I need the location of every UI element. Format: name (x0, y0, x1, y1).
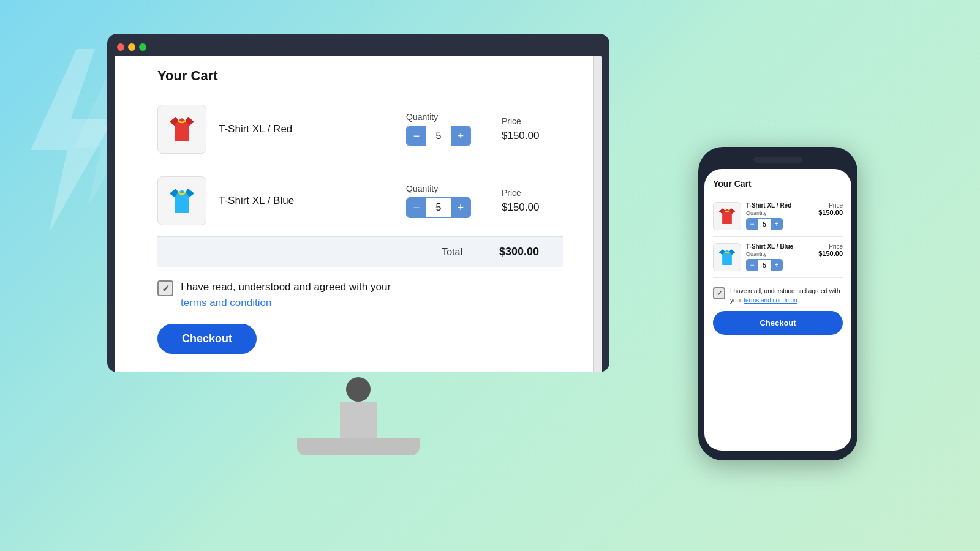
phone-item-image-red (713, 202, 741, 230)
phone-price-val-1: $150.00 (818, 209, 843, 216)
phone-qty-control-2: − 5 + (746, 259, 783, 271)
phone-qty-plus-1[interactable]: + (771, 219, 782, 230)
window-controls (115, 41, 602, 56)
total-row: Total $300.00 (157, 237, 563, 267)
phone-item-image-blue (713, 243, 741, 271)
phone-price-label-2: Price (829, 243, 843, 250)
monitor-base (297, 438, 420, 455)
checkout-button[interactable]: Checkout (157, 324, 257, 354)
monitor-power-button (346, 377, 371, 402)
cart-title: Your Cart (157, 68, 563, 84)
phone-qty-minus-1[interactable]: − (747, 219, 758, 230)
phone-qty-control-1: − 5 + (746, 218, 783, 230)
qty-control-1: − 5 + (406, 126, 471, 146)
qty-minus-btn-2[interactable]: − (407, 198, 426, 217)
phone-qty-minus-2[interactable]: − (747, 260, 758, 271)
qty-control-2: − 5 + (406, 197, 471, 218)
phone-notch (753, 157, 802, 163)
phone-terms-link[interactable]: terms and condition (744, 297, 797, 304)
item-name-2: T-Shirt XL / Blue (219, 195, 317, 207)
qty-value-2: 5 (426, 202, 451, 213)
terms-text: I have read, understood and agreed with … (181, 279, 391, 310)
qty-plus-btn-2[interactable]: + (451, 198, 470, 217)
cart-item-1: T-Shirt XL / Red Quantity − 5 + Price $1… (157, 94, 563, 165)
phone-cart-item-1: T-Shirt XL / Red Quantity − 5 + Price $1… (713, 196, 843, 237)
svg-marker-0 (31, 49, 113, 233)
qty-label-1: Quantity (406, 112, 438, 122)
phone-price-val-2: $150.00 (818, 250, 843, 257)
qty-label-2: Quantity (406, 184, 438, 193)
phone-item-details-1: T-Shirt XL / Red Quantity − 5 + (746, 202, 813, 230)
terms-row: ✓ I have read, understood and agreed wit… (157, 279, 563, 310)
item-image-red (157, 105, 206, 154)
lightning-decoration-left (12, 49, 123, 248)
phone-cart-title: Your Cart (713, 179, 843, 189)
phone-qty-label-2: Quantity (746, 251, 813, 257)
phone-item-name-1: T-Shirt XL / Red (746, 202, 813, 209)
item-name-1: T-Shirt XL / Red (219, 123, 317, 135)
checkmark-icon: ✓ (162, 283, 170, 294)
phone-checkmark-icon: ✓ (717, 290, 722, 298)
terms-checkbox[interactable]: ✓ (157, 280, 173, 296)
qty-section-1: Quantity − 5 + (406, 112, 471, 146)
phone-qty-plus-2[interactable]: + (771, 260, 782, 271)
phone-qty-label-1: Quantity (746, 210, 813, 216)
price-value-2: $150.00 (502, 201, 539, 214)
qty-value-1: 5 (426, 130, 451, 141)
phone-screen: Your Cart T-Shirt XL / Red Quantity − (704, 169, 851, 451)
phone-price-label-1: Price (829, 202, 843, 209)
phone-price-section-2: Price $150.00 (818, 243, 843, 257)
qty-section-2: Quantity − 5 + (406, 184, 471, 218)
price-section-2: Price $150.00 (502, 188, 563, 214)
phone-checkout-button[interactable]: Checkout (713, 311, 843, 335)
qty-minus-btn-1[interactable]: − (407, 126, 426, 146)
monitor-neck (340, 402, 377, 438)
phone-cart-item-2: T-Shirt XL / Blue Quantity − 5 + Price $… (713, 237, 843, 278)
phone-item-name-2: T-Shirt XL / Blue (746, 243, 813, 250)
terms-text-main: I have read, understood and agreed with … (181, 281, 391, 293)
price-label-1: Price (502, 116, 521, 126)
monitor-screen: Your Cart T-Shirt (115, 56, 602, 372)
total-value: $300.00 (499, 246, 560, 258)
price-section-1: Price $150.00 (502, 116, 563, 142)
phone-frame: Your Cart T-Shirt XL / Red Quantity − (698, 147, 858, 460)
close-dot[interactable] (117, 43, 124, 51)
terms-link[interactable]: terms and condition (181, 297, 271, 309)
price-label-2: Price (502, 188, 521, 198)
phone-qty-val-1: 5 (758, 221, 771, 228)
mobile-phone: Your Cart T-Shirt XL / Red Quantity − (698, 147, 858, 460)
monitor-frame: Your Cart T-Shirt (107, 34, 609, 372)
phone-item-details-2: T-Shirt XL / Blue Quantity − 5 + (746, 243, 813, 271)
qty-plus-btn-1[interactable]: + (451, 126, 470, 146)
maximize-dot[interactable] (139, 43, 146, 51)
desktop-monitor: Your Cart T-Shirt (107, 34, 609, 455)
phone-price-section-1: Price $150.00 (818, 202, 843, 216)
item-image-blue (157, 176, 206, 225)
phone-terms-checkbox[interactable]: ✓ (713, 287, 725, 299)
price-value-1: $150.00 (502, 130, 539, 142)
phone-terms-text: I have read, understood and agreed with … (730, 287, 843, 305)
cart-panel: Your Cart T-Shirt (115, 56, 594, 372)
phone-qty-val-2: 5 (758, 262, 771, 269)
total-label: Total (442, 247, 462, 258)
cart-item-2: T-Shirt XL / Blue Quantity − 5 + Price $… (157, 165, 563, 237)
phone-terms-row: ✓ I have read, understood and agreed wit… (713, 287, 843, 305)
minimize-dot[interactable] (128, 43, 135, 51)
